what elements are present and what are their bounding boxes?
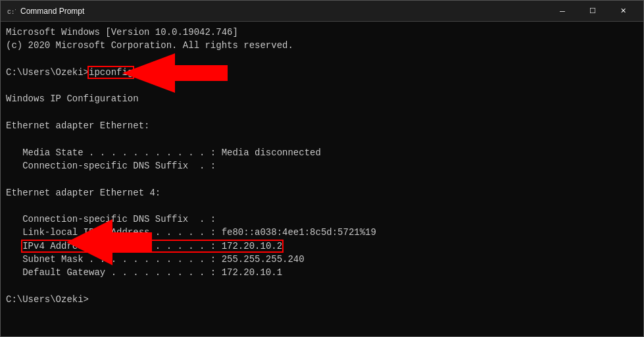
arrow-bottom	[66, 219, 152, 265]
terminal-line: Default Gateway . . . . . . . . . : 172.…	[6, 266, 638, 279]
maximize-button[interactable]: ☐	[578, 1, 608, 22]
minimize-button[interactable]: ─	[547, 1, 578, 22]
terminal-line	[6, 106, 638, 119]
highlighted-ipv4: IPv4 Address. . . . . . . . . . . : 172.…	[22, 241, 282, 251]
close-button[interactable]: ✕	[608, 1, 638, 22]
terminal-line-command: C:\Users\Ozeki>ipconfig	[6, 66, 638, 79]
terminal-line: Ethernet adapter Ethernet:	[6, 119, 638, 132]
svg-text:C:\: C:\	[7, 9, 16, 16]
terminal-line: Microsoft Windows [Version 10.0.19042.74…	[6, 26, 638, 39]
terminal-body[interactable]: Microsoft Windows [Version 10.0.19042.74…	[1, 22, 643, 336]
terminal-line	[6, 172, 638, 186]
terminal-line: Media State . . . . . . . . . . . : Medi…	[6, 146, 638, 159]
terminal-line: (c) 2020 Microsoft Corporation. All righ…	[6, 39, 638, 52]
terminal-line	[6, 132, 638, 145]
terminal-line	[6, 53, 638, 66]
cmd-icon: C:\	[6, 6, 16, 16]
cmd-window: C:\ Command Prompt ─ ☐ ✕ Microsoft Windo…	[0, 0, 644, 337]
terminal-line: Connection-specific DNS Suffix . :	[6, 159, 638, 172]
terminal-line: Ethernet adapter Ethernet 4:	[6, 186, 638, 199]
title-bar: C:\ Command Prompt ─ ☐ ✕	[1, 1, 643, 22]
window-title: Command Prompt	[20, 7, 547, 16]
arrow-top	[122, 53, 228, 93]
terminal-line	[6, 79, 638, 92]
terminal-line	[6, 199, 638, 213]
window-controls: ─ ☐ ✕	[547, 1, 638, 22]
terminal-prompt: C:\Users\Ozeki>	[6, 293, 638, 306]
svg-marker-3	[66, 219, 152, 265]
terminal-line	[6, 280, 638, 293]
svg-marker-2	[122, 53, 228, 93]
terminal-line: Windows IP Configuration	[6, 92, 638, 105]
